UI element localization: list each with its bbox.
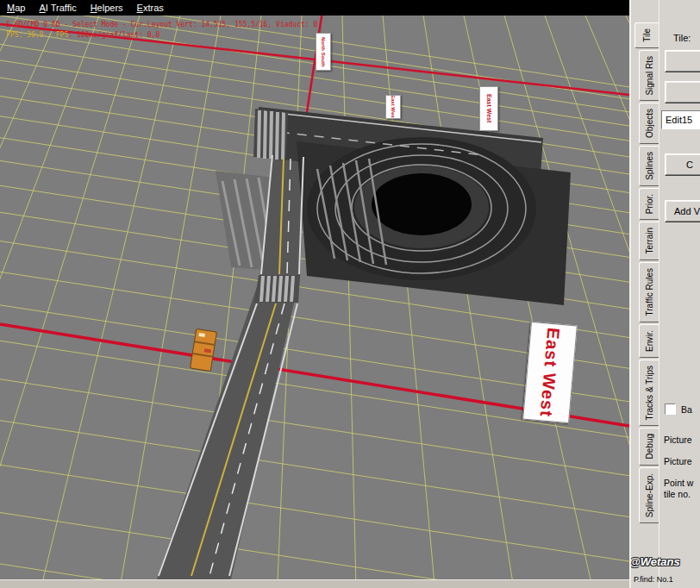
sign-east-west-small-2: East West	[479, 86, 498, 131]
menu-helpers[interactable]: Helpers	[84, 1, 130, 15]
tile-label: Tile:	[673, 33, 691, 43]
picture-label-1: Picture	[664, 435, 692, 446]
menu-extras[interactable]: Extras	[130, 1, 171, 15]
add-vertex-button[interactable]: Add V	[665, 200, 700, 222]
scene-canvas[interactable]	[0, 16, 629, 579]
panel-button-1[interactable]	[665, 50, 700, 72]
tab-objects[interactable]: Objects	[639, 103, 659, 144]
app-window: Map AI Traffic Helpers Extras	[0, 0, 700, 588]
sign-north-south: North South	[316, 33, 331, 71]
picture-label-2: Picture	[664, 456, 692, 467]
tab-debug[interactable]: Debug	[639, 428, 659, 465]
side-panel: Tile Signal Rts Objects Splines Prior. T…	[629, 0, 700, 588]
tab-tracks-trips[interactable]: Tracks & Trips	[639, 360, 659, 427]
roads	[157, 107, 571, 579]
panel-button-2[interactable]	[665, 81, 700, 103]
tile-name-input[interactable]	[661, 110, 700, 129]
tab-tile[interactable]: Tile	[634, 22, 659, 48]
point-tile-label: Point w tile no.	[664, 478, 693, 500]
menu-bar: Map AI Traffic Helpers Extras	[0, 0, 629, 16]
tab-signal-rts[interactable]: Signal Rts	[639, 50, 659, 102]
status-bar	[0, 579, 629, 588]
checkbox-label: Ba	[681, 404, 692, 415]
watermark: @Wetans	[629, 555, 680, 568]
menu-map[interactable]: Map	[0, 1, 32, 15]
tab-splines[interactable]: Splines	[639, 146, 659, 186]
tab-traffic-rules[interactable]: Traffic Rules	[639, 262, 659, 322]
debug-line-2: FPS: 30,0 - FPS: 100ms/graf/last: 0,0	[6, 30, 317, 41]
tab-terrain[interactable]: Terrain	[639, 222, 659, 260]
tab-strip: Tile Signal Rts Objects Splines Prior. T…	[631, 0, 659, 588]
sign-east-west-small-1: East West	[385, 95, 401, 119]
tab-spline-exp[interactable]: Spline-Exp.	[639, 467, 659, 523]
pfind-label: P.find: No.1	[634, 575, 673, 584]
change-button[interactable]: C	[665, 153, 700, 176]
checkbox-row[interactable]: Ba	[665, 403, 692, 415]
debug-overlay: S 6D/CMD 0 6D - Select Mode - Cur.Layout…	[6, 20, 317, 41]
menu-ai-traffic[interactable]: AI Traffic	[32, 1, 83, 15]
checkbox[interactable]	[665, 403, 676, 415]
sign-east-west-large: East West	[522, 322, 578, 423]
editor-left-column: Map AI Traffic Helpers Extras	[0, 0, 629, 588]
debug-line-1: S 6D/CMD 0 6D - Select Mode - Cur.Layout…	[6, 20, 317, 30]
tab-prior[interactable]: Prior.	[639, 188, 659, 220]
panel-content: Tile: C Add V Ba Picture Picture Point w…	[659, 0, 700, 588]
viewport-3d[interactable]: S 6D/CMD 0 6D - Select Mode - Cur.Layout…	[0, 16, 629, 579]
tab-envir[interactable]: Envir.	[639, 324, 659, 358]
